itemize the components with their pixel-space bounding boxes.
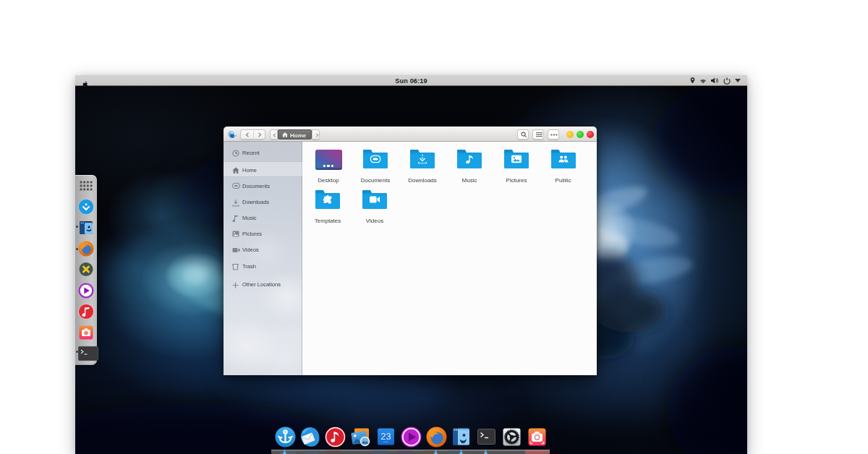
svg-text:23: 23 — [380, 431, 391, 442]
